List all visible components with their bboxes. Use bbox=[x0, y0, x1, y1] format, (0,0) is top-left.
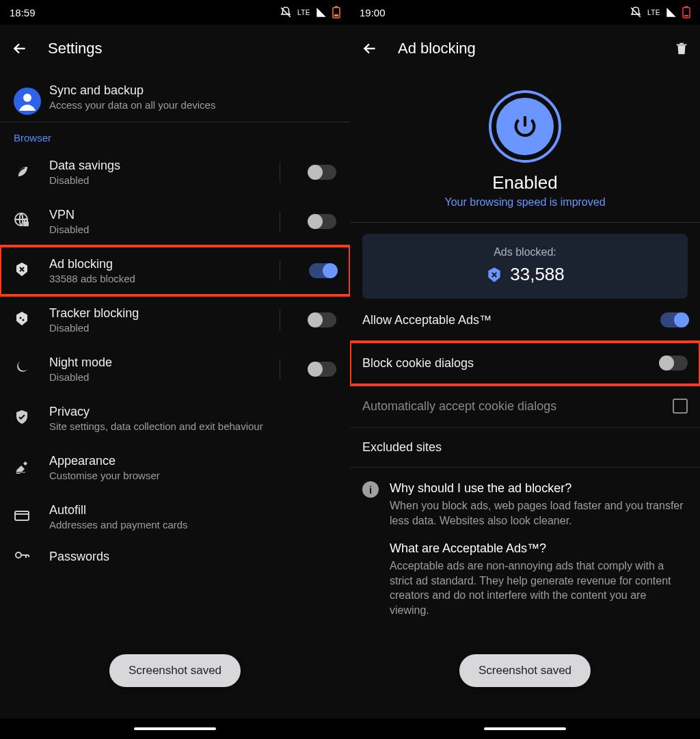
data-savings-toggle[interactable] bbox=[309, 165, 336, 180]
toast-left: Screenshot saved bbox=[109, 654, 241, 687]
navbar-right bbox=[350, 718, 700, 739]
autofill-sub: Addresses and payment cards bbox=[49, 519, 336, 530]
svg-rect-2 bbox=[334, 14, 338, 16]
svg-point-7 bbox=[20, 317, 22, 319]
sync-sub: Access your data on all your devices bbox=[49, 99, 336, 111]
night-mode-row[interactable]: Night mode Disabled bbox=[0, 345, 350, 394]
status-time: 19:00 bbox=[360, 7, 386, 18]
tracker-row[interactable]: Tracker blocking Disabled bbox=[0, 295, 350, 345]
moon-icon bbox=[14, 360, 33, 379]
night-toggle[interactable] bbox=[309, 362, 336, 377]
avatar-icon bbox=[14, 88, 33, 107]
passwords-title: Passwords bbox=[49, 550, 336, 564]
block-cookie-title: Block cookie dialogs bbox=[362, 356, 474, 371]
tracker-icon bbox=[14, 310, 33, 330]
page-title: Settings bbox=[48, 40, 103, 57]
dnd-off-icon bbox=[630, 6, 642, 18]
data-savings-title: Data savings bbox=[49, 159, 263, 173]
svg-point-8 bbox=[23, 319, 25, 321]
night-title: Night mode bbox=[49, 355, 263, 370]
card-label: Ads blocked: bbox=[362, 246, 688, 258]
svg-point-4 bbox=[23, 94, 31, 102]
globe-lock-icon bbox=[14, 212, 33, 231]
key-icon bbox=[14, 547, 33, 566]
power-button[interactable] bbox=[489, 90, 561, 163]
trash-icon[interactable] bbox=[674, 41, 689, 56]
vpn-toggle[interactable] bbox=[309, 214, 336, 229]
hero-title: Enabled bbox=[350, 172, 700, 193]
svg-rect-10 bbox=[15, 511, 29, 520]
svg-rect-1 bbox=[335, 6, 338, 8]
back-icon[interactable] bbox=[11, 40, 29, 57]
data-savings-sub: Disabled bbox=[49, 174, 263, 186]
svg-point-11 bbox=[16, 552, 21, 558]
lte-indicator: LTE bbox=[647, 9, 660, 16]
info-icon: i bbox=[362, 481, 379, 498]
paint-icon bbox=[14, 458, 33, 477]
info-acceptable: What are Acceptable Ads™? Acceptable ads… bbox=[350, 535, 700, 624]
adblocking-screen: 19:00 LTE Ad blocking bbox=[350, 0, 700, 739]
header-left: Settings bbox=[0, 25, 350, 72]
section-browser: Browser bbox=[0, 122, 350, 148]
allow-ads-row[interactable]: Allow Acceptable Ads™ bbox=[350, 299, 700, 342]
svg-rect-6 bbox=[23, 221, 29, 226]
sync-title: Sync and backup bbox=[49, 83, 336, 98]
night-sub: Disabled bbox=[49, 371, 263, 383]
hero-subtitle: Your browsing speed is improved bbox=[350, 196, 700, 209]
card-value: 33,588 bbox=[510, 264, 565, 285]
battery-icon bbox=[332, 6, 340, 18]
block-cookie-row[interactable]: Block cookie dialogs bbox=[350, 342, 700, 385]
privacy-row[interactable]: Privacy Site settings, data collection a… bbox=[0, 394, 350, 443]
leaf-icon bbox=[14, 163, 33, 182]
data-savings-row[interactable]: Data savings Disabled bbox=[0, 148, 350, 197]
excluded-sites-row[interactable]: Excluded sites bbox=[350, 428, 700, 468]
passwords-row[interactable]: Passwords bbox=[0, 541, 350, 577]
info-why-title: Why should I use the ad blocker? bbox=[390, 481, 688, 496]
auto-cookie-checkbox bbox=[673, 399, 688, 414]
ad-blocking-title: Ad blocking bbox=[49, 257, 263, 271]
tracker-title: Tracker blocking bbox=[49, 306, 263, 321]
page-title: Ad blocking bbox=[398, 40, 476, 57]
statusbar-left: 18:59 LTE bbox=[0, 0, 350, 25]
back-icon[interactable] bbox=[361, 40, 379, 57]
signal-icon bbox=[316, 7, 327, 18]
adblock-badge-icon bbox=[485, 266, 503, 284]
svg-rect-14 bbox=[684, 15, 688, 16]
lte-indicator: LTE bbox=[297, 9, 310, 16]
settings-screen: 18:59 LTE Settings Sync and backup bbox=[0, 0, 350, 739]
shield-icon bbox=[14, 409, 33, 428]
autofill-row[interactable]: Autofill Addresses and payment cards bbox=[0, 492, 350, 541]
toast-right: Screenshot saved bbox=[459, 654, 591, 687]
info-acc-text: Acceptable ads are non-annoying ads that… bbox=[390, 559, 688, 617]
auto-cookie-row: Automatically accept cookie dialogs bbox=[350, 385, 700, 428]
appearance-sub: Customise your browser bbox=[49, 470, 336, 481]
svg-rect-13 bbox=[685, 6, 688, 8]
info-why: i Why should I use the ad blocker? When … bbox=[350, 468, 700, 535]
allow-ads-title: Allow Acceptable Ads™ bbox=[362, 313, 492, 327]
auto-cookie-title: Automatically accept cookie dialogs bbox=[362, 399, 556, 414]
block-cookie-toggle[interactable] bbox=[660, 355, 688, 371]
info-why-text: When you block ads, web pages load faste… bbox=[390, 498, 688, 528]
adblock-icon bbox=[14, 261, 33, 280]
adblock-hero: Enabled Your browsing speed is improved bbox=[350, 72, 700, 222]
dnd-off-icon bbox=[280, 6, 292, 18]
appearance-row[interactable]: Appearance Customise your browser bbox=[0, 443, 350, 492]
status-time: 18:59 bbox=[10, 7, 36, 18]
navbar-left bbox=[0, 718, 350, 739]
header-right: Ad blocking bbox=[350, 25, 700, 72]
battery-icon bbox=[682, 6, 690, 18]
ad-blocking-row[interactable]: Ad blocking 33588 ads blocked bbox=[0, 246, 350, 295]
vpn-row[interactable]: VPN Disabled bbox=[0, 197, 350, 246]
ad-blocking-toggle[interactable] bbox=[309, 263, 336, 278]
card-icon bbox=[14, 507, 33, 526]
vpn-title: VPN bbox=[49, 208, 263, 222]
sync-row[interactable]: Sync and backup Access your data on all … bbox=[0, 72, 350, 122]
tracker-toggle[interactable] bbox=[309, 312, 336, 327]
tracker-sub: Disabled bbox=[49, 322, 263, 334]
privacy-title: Privacy bbox=[49, 405, 336, 419]
ad-blocking-sub: 33588 ads blocked bbox=[49, 273, 263, 284]
allow-ads-toggle[interactable] bbox=[660, 312, 688, 327]
statusbar-right: 19:00 LTE bbox=[350, 0, 700, 25]
info-acc-title: What are Acceptable Ads™? bbox=[390, 541, 688, 556]
svg-rect-9 bbox=[16, 472, 25, 473]
